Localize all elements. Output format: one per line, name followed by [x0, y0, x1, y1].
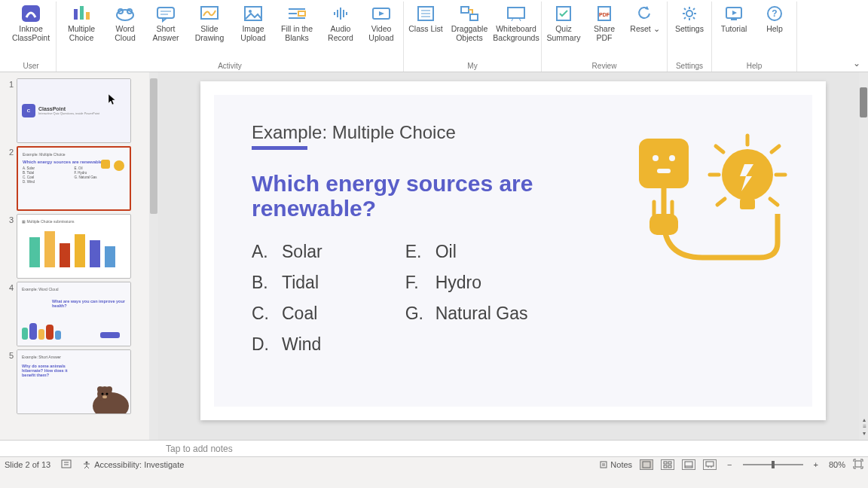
- zoom-slider[interactable]: [743, 464, 803, 465]
- thumbnail-1[interactable]: CClassPointInteractive Quiz Questions, i…: [17, 78, 131, 143]
- accessibility-status[interactable]: Accessibility: Investigate: [82, 460, 184, 469]
- ribbon-settings-button[interactable]: Settings: [671, 5, 708, 33]
- thumbnail-row-4[interactable]: 4Example: Word CloudWhat are ways you ca…: [0, 280, 158, 348]
- zoom-in-button[interactable]: +: [811, 460, 821, 469]
- thumbnail-2[interactable]: Example: Multiple ChoiceWhich energy sou…: [17, 146, 131, 211]
- canvas-scroll-handle[interactable]: [860, 87, 867, 117]
- option-letter: B.: [252, 273, 271, 293]
- ribbon-fill-blanks-button[interactable]: Fill in the Blanks: [275, 5, 319, 42]
- svg-rect-3: [80, 6, 84, 20]
- ribbon-quiz-summary-button[interactable]: Quiz Summary: [545, 5, 582, 42]
- svg-point-60: [97, 386, 103, 392]
- settings-icon: [679, 5, 700, 23]
- body-area: 1CClassPointInteractive Quiz Questions, …: [0, 72, 868, 440]
- svg-point-63: [106, 393, 108, 395]
- svg-rect-2: [74, 9, 78, 20]
- svg-rect-95: [706, 462, 714, 466]
- canvas-vertical-scrollbar[interactable]: ▴≡▾: [859, 72, 868, 440]
- ribbon-help-button[interactable]: ?Help: [756, 5, 793, 33]
- ribbon-label: Reset ⌄: [630, 24, 659, 33]
- ribbon-multiple-choice-button[interactable]: Multiple Choice: [60, 5, 103, 42]
- option-text: Hydro: [436, 273, 481, 293]
- thumbnail-panel[interactable]: 1CClassPointInteractive Quiz Questions, …: [0, 72, 158, 440]
- thumbnail-number: 3: [5, 214, 14, 224]
- ribbon-tutorial-button[interactable]: Tutorial: [715, 5, 753, 33]
- thumb-scrollbar[interactable]: [149, 72, 158, 440]
- view-sorter-button[interactable]: [661, 459, 674, 470]
- svg-rect-65: [639, 139, 689, 188]
- language-icon[interactable]: [61, 459, 72, 470]
- slide-canvas-area: Example: Multiple Choice Which energy so…: [158, 72, 868, 440]
- thumbnail-3[interactable]: ▦ Multiple Choice submissions: [17, 214, 131, 279]
- notes-bar[interactable]: Tap to add notes: [0, 440, 868, 456]
- zoom-percent[interactable]: 80%: [829, 460, 845, 469]
- ribbon-label: Class List: [408, 24, 443, 33]
- status-right: Notes − + 80%: [599, 459, 863, 471]
- canvas-nav-icons[interactable]: ▴≡▾: [863, 416, 866, 437]
- view-reading-button[interactable]: [682, 459, 695, 470]
- ribbon-video-upload-button[interactable]: Video Upload: [362, 5, 400, 42]
- ribbon-audio-record-button[interactable]: Audio Record: [322, 5, 359, 42]
- ribbon-word-cloud-button[interactable]: Word Cloud: [106, 5, 144, 42]
- thumbnail-row-5[interactable]: 5Example: Short AnswerWhy do some animal…: [0, 348, 158, 416]
- ribbon-class-list-button[interactable]: Class List: [407, 5, 445, 42]
- svg-line-44: [693, 8, 695, 10]
- ribbon-label: Share PDF: [585, 24, 623, 42]
- options-col-left: A.SolarB.TidalC.CoalD.Wind: [252, 242, 322, 355]
- whiteboard-bg-icon: [506, 5, 527, 23]
- ribbon-label: Draggable Objects: [448, 24, 491, 42]
- thumbnail-row-3[interactable]: 3▦ Multiple Choice submissions: [0, 212, 158, 280]
- thumbnail-4[interactable]: Example: Word CloudWhat are ways you can…: [17, 282, 131, 346]
- status-left: Slide 2 of 13 Accessibility: Investigate: [5, 459, 184, 470]
- thumbnail-row-2[interactable]: 2Example: Multiple ChoiceWhich energy so…: [0, 145, 158, 212]
- quiz-summary-icon: [553, 5, 574, 23]
- svg-point-61: [106, 386, 112, 392]
- ribbon-slide-drawing-button[interactable]: Slide Drawing: [188, 5, 231, 42]
- ribbon-collapse-button[interactable]: ⌄: [853, 58, 860, 69]
- option-letter: F.: [405, 273, 425, 293]
- ribbon-group-activity: Multiple ChoiceWord CloudShort AnswerSli…: [57, 2, 404, 72]
- slide-inner: Example: Multiple Choice Which energy so…: [214, 95, 812, 407]
- svg-rect-12: [245, 7, 261, 20]
- option-text: Natural Gas: [436, 303, 528, 324]
- ribbon-inknoe-button[interactable]: Inknoe ClassPoint: [9, 5, 53, 42]
- view-normal-button[interactable]: [640, 459, 653, 470]
- class-list-icon: [415, 5, 436, 23]
- title-underline: [252, 146, 307, 150]
- option-g: G.Natural Gas: [405, 303, 528, 324]
- svg-line-43: [693, 17, 695, 19]
- energy-graphic: [627, 130, 793, 288]
- ribbon-group-review: Quiz SummaryPDFShare PDFReset ⌄Review: [542, 2, 668, 72]
- svg-rect-56: [90, 240, 100, 267]
- zoom-out-button[interactable]: −: [724, 460, 735, 469]
- short-answer-icon: [155, 5, 176, 23]
- svg-point-69: [722, 149, 773, 200]
- option-letter: E.: [405, 242, 425, 262]
- ribbon-short-answer-button[interactable]: Short Answer: [147, 5, 185, 42]
- thumb-scroll-handle[interactable]: [150, 78, 157, 214]
- thumbnail-row-1[interactable]: 1CClassPointInteractive Quiz Questions, …: [0, 77, 158, 145]
- ribbon-label: Slide Drawing: [188, 24, 231, 42]
- ribbon-draggable-objects-button[interactable]: Draggable Objects: [448, 5, 491, 42]
- ribbon-group-label: User: [23, 62, 38, 72]
- ribbon-image-upload-button[interactable]: Image Upload: [234, 5, 272, 42]
- slide-counter: Slide 2 of 13: [5, 460, 50, 469]
- svg-text:PDF: PDF: [599, 12, 610, 17]
- ribbon-reset-button[interactable]: Reset ⌄: [626, 5, 664, 42]
- ribbon-whiteboard-bg-button[interactable]: Whiteboard Backgrounds: [494, 5, 538, 42]
- fit-to-window-button[interactable]: [853, 459, 863, 471]
- video-upload-icon: [371, 5, 392, 23]
- thumbnail-5[interactable]: Example: Short AnswerWhy do some animals…: [17, 349, 131, 414]
- svg-point-13: [249, 10, 252, 13]
- option-letter: A.: [252, 242, 271, 262]
- svg-line-76: [717, 199, 725, 205]
- zoom-handle[interactable]: [772, 461, 775, 468]
- notes-toggle[interactable]: Notes: [599, 460, 632, 469]
- ribbon-group-user: Inknoe ClassPointUser: [6, 2, 57, 72]
- option-a: A.Solar: [252, 242, 322, 262]
- view-slideshow-button[interactable]: [703, 459, 717, 470]
- option-text: Oil: [436, 242, 457, 262]
- ribbon-share-pdf-button[interactable]: PDFShare PDF: [585, 5, 623, 42]
- current-slide[interactable]: Example: Multiple Choice Which energy so…: [200, 81, 826, 420]
- svg-rect-30: [508, 8, 524, 18]
